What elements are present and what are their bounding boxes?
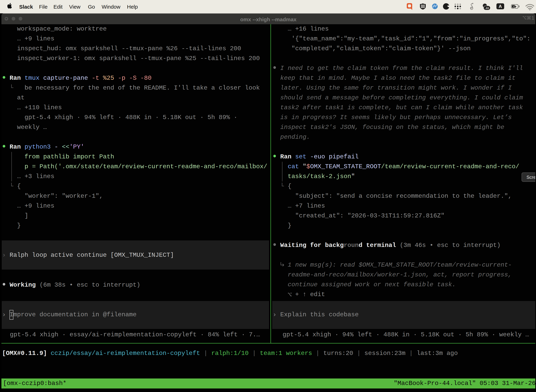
svg-text:..61: ..61: [485, 6, 489, 9]
